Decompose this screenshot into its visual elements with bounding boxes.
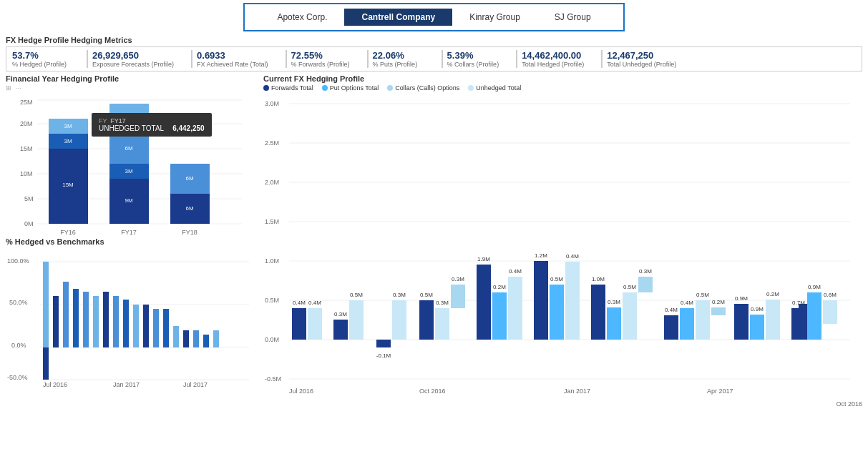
fy-chart-title: Financial Year Hedging Profile	[6, 74, 256, 83]
svg-text:-0.1M: -0.1M	[376, 352, 391, 359]
metric-exposure-label: Exposure Forecasts (Profile)	[92, 61, 174, 68]
bar-oct16-3	[451, 285, 465, 308]
legend-unhedged-label: Unhedged Total	[476, 84, 521, 92]
tooltip-label: UNHEDGED TOTAL	[99, 124, 164, 132]
svg-text:5M: 5M	[24, 195, 34, 202]
svg-text:3M: 3M	[64, 123, 72, 129]
metric-collars: 5.39% % Collars (Profile)	[442, 50, 499, 68]
legend-collars: Collars (Calls) Options	[387, 84, 459, 92]
bar-feb17-2	[680, 308, 694, 340]
bar-jan17-4	[638, 277, 653, 292]
legend-forwards-label: Forwards Total	[271, 84, 313, 92]
legend-forwards-dot	[263, 85, 269, 91]
metric-exposure: 26,929,650 Exposure Forecasts (Profile)	[87, 50, 174, 68]
tab-kinray[interactable]: Kinray Group	[452, 9, 537, 26]
svg-text:0.5M: 0.5M	[350, 292, 363, 298]
bar-dec16-1	[534, 261, 548, 340]
svg-text:0.5M: 0.5M	[623, 284, 636, 290]
bar-jan17-2	[607, 307, 621, 340]
bench-bar-17	[203, 335, 209, 347]
svg-text:25M: 25M	[20, 99, 33, 106]
legend-collars-label: Collars (Calls) Options	[395, 84, 459, 92]
svg-text:FY18: FY18	[182, 229, 198, 236]
svg-text:Jan 2017: Jan 2017	[564, 388, 590, 395]
svg-text:0.6M: 0.6M	[824, 292, 837, 298]
bench-bar-9	[123, 300, 129, 347]
svg-text:Jul 2016: Jul 2016	[289, 388, 313, 395]
bench-bar-14	[173, 326, 179, 347]
metrics-section: FX Hedge Profile Hedging Metrics 53.7% %…	[0, 34, 868, 73]
metric-rate-label: FX Achieved Rate (Total)	[197, 61, 268, 68]
svg-text:50.0%: 50.0%	[9, 299, 28, 306]
bench-chart: -50.0% 0.0% 50.0% 100.0%	[6, 247, 256, 390]
bench-bar-4	[73, 289, 79, 347]
svg-text:2.5M: 2.5M	[265, 139, 279, 147]
svg-text:0.4M: 0.4M	[566, 253, 579, 260]
svg-text:6M: 6M	[125, 145, 132, 152]
bar-sep16-1	[376, 340, 391, 347]
svg-text:15M: 15M	[20, 145, 33, 152]
current-fx-title: Current FX Hedging Profile	[263, 74, 862, 83]
tab-sj[interactable]: SJ Group	[537, 9, 608, 26]
bench-bar-neg	[43, 347, 49, 380]
svg-text:0.2M: 0.2M	[712, 299, 725, 305]
svg-text:0.3M: 0.3M	[452, 276, 464, 282]
svg-text:9M: 9M	[125, 197, 132, 204]
bar-mar17-1	[734, 304, 748, 340]
tab-apotex[interactable]: Apotex Corp.	[260, 9, 344, 26]
tab-cantrell[interactable]: Cantrell Company	[344, 9, 452, 26]
metric-puts: 22.06% % Puts (Profile)	[367, 50, 424, 68]
svg-text:0.9M: 0.9M	[735, 295, 748, 302]
bar-aug16-1	[333, 320, 348, 340]
metrics-row: 53.7% % Hedged (Profile) 26,929,650 Expo…	[6, 46, 862, 71]
svg-text:2.0M: 2.0M	[265, 179, 279, 186]
bar-apr17-1b	[791, 308, 806, 340]
svg-text:1.9M: 1.9M	[477, 256, 490, 262]
tab-bar: Apotex Corp. Cantrell Company Kinray Gro…	[243, 3, 625, 31]
expand-icon[interactable]: ⊞	[6, 84, 11, 92]
svg-text:20M: 20M	[20, 120, 33, 127]
metric-forwards-label: % Forwards (Profile)	[291, 61, 350, 68]
bench-bar-16	[193, 330, 199, 347]
svg-text:Jul 2016: Jul 2016	[43, 381, 67, 388]
legend-puts: Put Options Total	[322, 84, 379, 92]
bar-jan17-1	[591, 285, 605, 340]
legend-unhedged-dot	[468, 85, 474, 91]
bench-bar-15	[183, 330, 189, 347]
left-column: Financial Year Hedging Profile ⊞ ··· FY …	[6, 74, 256, 379]
svg-text:0.5M: 0.5M	[550, 276, 563, 282]
more-icon[interactable]: ···	[16, 84, 21, 92]
charts-area: Financial Year Hedging Profile ⊞ ··· FY …	[0, 73, 868, 380]
svg-text:0.5M: 0.5M	[420, 292, 433, 298]
bar-feb17-1	[664, 315, 678, 340]
metric-total-unhedged-value: 12,467,250	[607, 50, 676, 61]
bar-mar17-2	[750, 315, 764, 340]
metric-forwards: 72.55% % Forwards (Profile)	[286, 50, 350, 68]
bench-bar-6	[93, 296, 99, 347]
metric-rate-value: 0.6933	[197, 50, 268, 61]
bar-aug16-2	[349, 300, 364, 340]
fy-tooltip: FY FY17 UNHEDGED TOTAL 6,442,250	[92, 113, 212, 137]
legend-forwards: Forwards Total	[263, 84, 313, 92]
metric-forwards-value: 72.55%	[291, 50, 350, 61]
bar-feb17-4	[711, 307, 726, 315]
legend-puts-label: Put Options Total	[330, 84, 379, 92]
bar-oct16-1	[419, 300, 434, 340]
bar-jul16-1	[292, 308, 306, 340]
svg-text:3.0M: 3.0M	[265, 100, 279, 107]
svg-text:15M: 15M	[62, 182, 74, 188]
svg-text:Apr 2017: Apr 2017	[707, 388, 733, 395]
bench-bar-2	[53, 296, 59, 347]
tooltip-title: FY FY17	[99, 117, 205, 124]
metric-hedged-label: % Hedged (Profile)	[12, 61, 69, 68]
bar-jan17-3	[623, 292, 637, 340]
svg-text:Jan 2017: Jan 2017	[113, 381, 140, 388]
bar-feb17-3	[696, 300, 710, 340]
svg-text:1.2M: 1.2M	[535, 252, 547, 259]
svg-text:-50.0%: -50.0%	[7, 374, 28, 381]
metric-total-hedged-label: Total Hedged (Profile)	[522, 61, 584, 68]
svg-text:0.4M: 0.4M	[509, 268, 522, 275]
svg-text:1.5M: 1.5M	[265, 218, 279, 225]
svg-text:-0.5M: -0.5M	[265, 375, 281, 383]
bar-nov16-1	[477, 265, 491, 340]
